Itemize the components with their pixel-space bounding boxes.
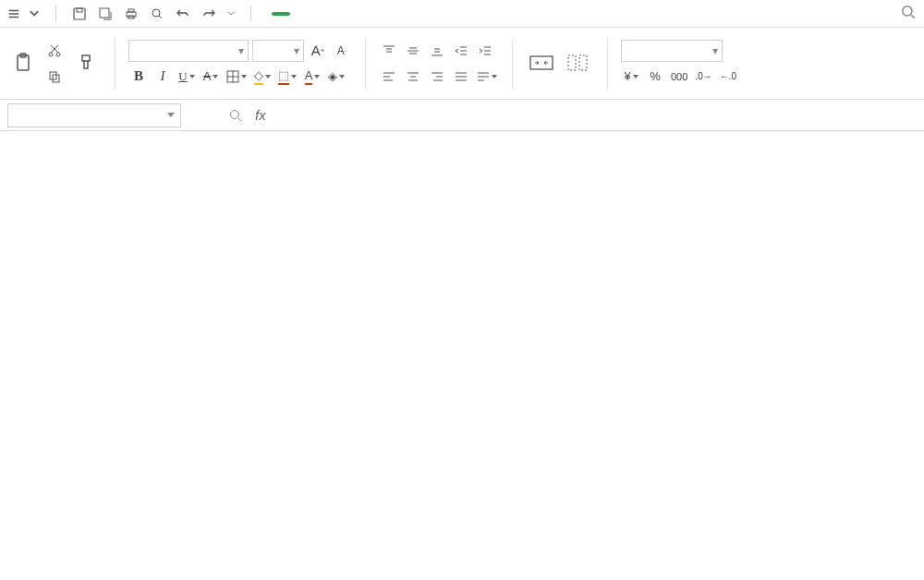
separator bbox=[55, 6, 56, 22]
svg-rect-2 bbox=[100, 8, 109, 18]
strike-button[interactable]: A bbox=[201, 66, 221, 88]
align-right-icon[interactable] bbox=[427, 66, 447, 88]
font-name-select[interactable]: ▾ bbox=[128, 40, 249, 62]
brush-icon bbox=[74, 51, 98, 75]
undo-icon[interactable] bbox=[175, 6, 191, 22]
shrink-font-icon[interactable]: A- bbox=[332, 40, 352, 62]
clipboard-group bbox=[7, 41, 102, 87]
svg-rect-17 bbox=[579, 55, 587, 70]
svg-rect-16 bbox=[568, 55, 576, 70]
effects-button[interactable]: ◈ bbox=[326, 66, 346, 88]
chevron-down-icon bbox=[28, 7, 41, 20]
increase-indent-icon[interactable] bbox=[475, 40, 495, 62]
svg-point-10 bbox=[49, 53, 53, 56]
increase-decimal-icon[interactable]: .0→ bbox=[693, 66, 713, 88]
bold-button[interactable]: B bbox=[128, 66, 149, 88]
formula-bar: fx bbox=[0, 100, 924, 131]
percent-icon[interactable]: % bbox=[645, 66, 665, 88]
svg-rect-0 bbox=[74, 8, 85, 19]
name-box[interactable] bbox=[7, 103, 181, 127]
menu-bar bbox=[0, 0, 924, 28]
align-top-icon[interactable] bbox=[379, 40, 399, 62]
svg-point-18 bbox=[231, 110, 239, 118]
print-preview-icon[interactable] bbox=[149, 6, 165, 22]
chevron-down-icon[interactable] bbox=[226, 9, 236, 18]
wrap-icon bbox=[566, 51, 590, 75]
align-center-icon[interactable] bbox=[403, 66, 423, 88]
quick-access-toolbar bbox=[71, 6, 236, 22]
hamburger-icon bbox=[7, 7, 20, 20]
merge-center-button[interactable] bbox=[526, 49, 557, 79]
formula-input[interactable] bbox=[277, 106, 924, 124]
alignment-group bbox=[379, 40, 499, 88]
comma-icon[interactable]: 000 bbox=[669, 66, 689, 88]
distribute-icon[interactable] bbox=[475, 66, 499, 88]
align-middle-icon[interactable] bbox=[403, 40, 423, 62]
clipboard-icon bbox=[11, 51, 35, 75]
zoom-icon[interactable] bbox=[225, 105, 246, 126]
grow-font-icon[interactable]: A+ bbox=[308, 40, 328, 62]
justify-icon[interactable] bbox=[451, 66, 471, 88]
save-as-icon[interactable] bbox=[97, 6, 114, 22]
separator bbox=[365, 38, 366, 90]
print-icon[interactable] bbox=[123, 6, 140, 22]
ribbon: ▾ ▾ A+ A- B I U A ◇ ⬚ A ◈ bbox=[0, 28, 924, 100]
separator bbox=[607, 38, 608, 90]
copy-icon[interactable] bbox=[44, 66, 65, 87]
font-color-button[interactable]: A bbox=[302, 66, 322, 88]
redo-icon[interactable] bbox=[201, 6, 217, 22]
font-group: ▾ ▾ A+ A- B I U A ◇ ⬚ A ◈ bbox=[128, 40, 352, 88]
border-button[interactable] bbox=[225, 66, 249, 88]
svg-rect-1 bbox=[77, 8, 82, 12]
separator bbox=[115, 38, 116, 90]
fx-icon[interactable]: fx bbox=[255, 107, 266, 123]
number-group: ▾ ¥ % 000 .0→ ←.0 bbox=[621, 40, 738, 88]
save-icon[interactable] bbox=[71, 6, 88, 22]
svg-point-6 bbox=[152, 9, 160, 17]
wrap-text-button[interactable] bbox=[563, 49, 594, 79]
tab-start[interactable] bbox=[272, 12, 290, 16]
separator bbox=[250, 6, 251, 22]
align-left-icon[interactable] bbox=[379, 66, 399, 88]
ribbon-tabs bbox=[272, 12, 438, 16]
number-format-select[interactable]: ▾ bbox=[621, 40, 723, 62]
fill-color-button[interactable]: ◇ bbox=[252, 66, 273, 88]
paste-button[interactable] bbox=[7, 49, 39, 79]
cut-icon[interactable] bbox=[44, 41, 65, 61]
decrease-indent-icon[interactable] bbox=[451, 40, 471, 62]
svg-point-7 bbox=[903, 6, 912, 16]
decrease-decimal-icon[interactable]: ←.0 bbox=[718, 66, 738, 88]
separator bbox=[512, 38, 513, 90]
svg-point-11 bbox=[56, 53, 60, 56]
align-bottom-icon[interactable] bbox=[427, 40, 447, 62]
italic-button[interactable]: I bbox=[152, 66, 173, 88]
menu-file[interactable] bbox=[7, 7, 41, 20]
currency-icon[interactable]: ¥ bbox=[621, 66, 641, 88]
svg-rect-4 bbox=[128, 9, 134, 12]
highlight-button[interactable]: ⬚ bbox=[276, 66, 298, 88]
svg-rect-15 bbox=[530, 56, 553, 69]
search-icon[interactable] bbox=[900, 4, 917, 23]
format-painter-button[interactable] bbox=[70, 49, 102, 79]
merge-icon bbox=[529, 51, 553, 75]
underline-button[interactable]: U bbox=[176, 66, 197, 88]
font-size-select[interactable]: ▾ bbox=[252, 40, 304, 62]
